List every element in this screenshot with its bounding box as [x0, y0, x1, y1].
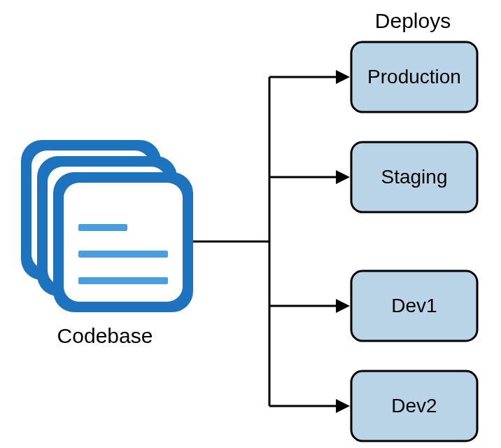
diagram-canvas: Deploys Codebase	[0, 0, 501, 448]
connectors	[193, 70, 350, 413]
deploy-box-dev2: Dev2	[351, 371, 477, 441]
deploy-box-dev1: Dev1	[351, 271, 477, 341]
deploy-box-staging: Staging	[351, 142, 477, 212]
codebase-label: Codebase	[57, 324, 153, 347]
svg-marker-16	[336, 299, 350, 313]
codebase-icon	[21, 140, 193, 312]
deploy-box-production: Production	[351, 42, 477, 112]
svg-rect-7	[78, 251, 168, 258]
deploy-label-dev2: Dev2	[391, 395, 437, 416]
deploys-header: Deploys	[375, 9, 451, 32]
deploy-label-dev1: Dev1	[391, 295, 437, 316]
deploy-label-staging: Staging	[381, 166, 448, 188]
svg-marker-14	[336, 170, 350, 184]
svg-rect-6	[78, 224, 127, 231]
svg-rect-8	[78, 277, 168, 284]
svg-marker-18	[336, 399, 350, 413]
svg-marker-12	[336, 70, 350, 84]
deploy-label-production: Production	[367, 66, 461, 88]
